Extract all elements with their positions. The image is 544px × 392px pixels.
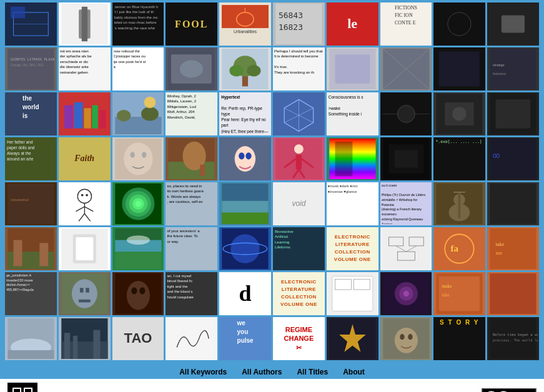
cell-diagram2[interactable] xyxy=(327,272,378,315)
svg-rect-82 xyxy=(335,142,352,177)
cell-urbanalities[interactable]: Urbanalities xyxy=(219,2,271,46)
svg-rect-119 xyxy=(39,243,48,266)
cell-ruins[interactable] xyxy=(5,227,57,270)
cell-musk[interactable]: ♦musk ♦dark ♦incr♦incense ♥glance xyxy=(327,182,378,225)
cell-80[interactable]: Before time began a world leaped p preci… xyxy=(487,317,539,360)
cell-father[interactable]: Her father andpaper dolls andAlways at t… xyxy=(5,137,57,180)
cell-hypertext[interactable]: HypertextRe: Perth rep, PR-type hypePear… xyxy=(219,92,271,135)
cell-winfrey[interactable]: Winfrey, Oprah, 2Wittels, Lauren, 2Wittg… xyxy=(166,92,217,135)
cell-28[interactable] xyxy=(380,92,432,135)
cell-50[interactable] xyxy=(487,182,539,225)
cell-face2[interactable] xyxy=(380,317,432,360)
svg-rect-130 xyxy=(383,228,429,269)
cell-40[interactable]: ∞ xyxy=(487,137,539,180)
cell-orange-art[interactable]: fa xyxy=(433,227,485,270)
all-authors-link[interactable]: All Authors xyxy=(242,368,282,376)
void-text: void xyxy=(292,199,305,208)
cell-metal-face[interactable] xyxy=(59,272,111,315)
cell-star[interactable] xyxy=(327,317,378,360)
svg-point-177 xyxy=(400,334,404,340)
cell-d-letter[interactable]: d xyxy=(219,272,271,315)
cell-consciousness[interactable]: Consciousness is s>wakeSomething inside … xyxy=(327,92,378,135)
cell-rainbow[interactable] xyxy=(327,137,378,180)
svg-rect-6 xyxy=(82,7,87,42)
cell-18[interactable] xyxy=(380,47,432,91)
cell-19[interactable] xyxy=(433,47,485,91)
cell-3[interactable]: .tenner on Blue Hyacinth h't I just like… xyxy=(112,2,164,46)
cell-anime[interactable] xyxy=(219,137,271,180)
cell-planet[interactable] xyxy=(219,227,271,270)
cell-exe[interactable]: *.exe[... .... ...] xyxy=(433,137,485,180)
all-titles-link[interactable]: All Titles xyxy=(297,368,328,376)
cell-29[interactable] xyxy=(433,92,485,135)
cell-orange-take[interactable]: make take xyxy=(433,272,485,315)
cell-story[interactable]: S T O R Y xyxy=(433,317,485,360)
cell-dark-face[interactable] xyxy=(112,272,164,315)
cell-numbers[interactable]: 56843 16823 xyxy=(273,2,325,46)
cell-landscape[interactable] xyxy=(112,92,164,135)
cell-dancer[interactable] xyxy=(273,137,325,180)
cell-51b[interactable] xyxy=(59,227,111,270)
winfrey-text: Winfrey, Oprah, 2Wittels, Lauren, 2Wittg… xyxy=(167,94,216,134)
cell-fog[interactable] xyxy=(5,317,57,360)
cell-signature[interactable] xyxy=(166,317,217,360)
cell-void[interactable]: void xyxy=(273,182,325,225)
cell-photo[interactable] xyxy=(166,47,217,91)
cell-face[interactable] xyxy=(112,137,164,180)
cell-fractal[interactable] xyxy=(112,182,164,225)
cell-jurisdiction[interactable]: ge_jurisdiction AInvader220 movediction … xyxy=(5,272,57,315)
about-link[interactable]: About xyxy=(343,368,365,376)
cell-elc-main2[interactable]: ELECTRONICLITERATURECOLLECTIONVOLUME ONE xyxy=(273,272,325,315)
all-keywords-link[interactable]: All Keywords xyxy=(179,368,227,376)
cell-rotkoud[interactable]: now rotkoud thirCjristopjer taces outje … xyxy=(112,47,164,91)
cell-green-field[interactable] xyxy=(112,227,164,270)
cell-20[interactable]: strangehorizons xyxy=(487,47,539,91)
svg-text:16823: 16823 xyxy=(279,22,303,32)
cell-9[interactable] xyxy=(433,2,485,46)
cell-tao[interactable]: TAO xyxy=(112,317,164,360)
svg-rect-115 xyxy=(490,184,536,224)
cell-11[interactable]: GIUNTES LITPASS PLAIN DESPERATChicago, O… xyxy=(5,47,57,91)
cell-10[interactable] xyxy=(487,2,539,46)
cell-dark-39[interactable] xyxy=(380,137,432,180)
svg-text:take: take xyxy=(442,292,450,298)
cell-17[interactable] xyxy=(327,47,378,91)
cell-fool[interactable]: FOOL xyxy=(166,2,217,46)
cell-elc-main[interactable]: ELECTRONICLITERATURECOLLECTIONVOLUME ONE xyxy=(327,227,378,270)
cell-perhaps[interactable]: Perhaps I should tell you thatIt is dete… xyxy=(273,47,325,91)
svg-point-158 xyxy=(403,291,408,296)
cell-blood[interactable]: an, I cut myselblood flowed fotight and … xyxy=(166,272,217,315)
svg-rect-34 xyxy=(439,52,480,87)
cell-cube[interactable] xyxy=(273,92,325,135)
cell-purple-art[interactable] xyxy=(380,272,432,315)
cell-faith[interactable]: Faith xyxy=(59,137,111,180)
fool-text: FOOL xyxy=(175,18,208,30)
cell-le[interactable]: le xyxy=(327,2,378,46)
cell-tree[interactable] xyxy=(219,47,271,91)
cell-horse[interactable] xyxy=(166,137,217,180)
cell-night-city[interactable] xyxy=(59,317,111,360)
cell-you[interactable]: weyoupulse xyxy=(219,317,271,360)
cell-fictions[interactable]: FICTIONSFIC IONCONTE E xyxy=(380,2,432,46)
cell-books[interactable] xyxy=(59,92,111,135)
cell-1[interactable] xyxy=(5,2,57,46)
cell-guitar[interactable] xyxy=(433,182,485,225)
cell-landscape2[interactable] xyxy=(219,182,271,225)
cell-diagram[interactable] xyxy=(380,227,432,270)
cell-character[interactable] xyxy=(59,182,111,225)
musk-text: ♦musk ♦dark ♦incr♦incense ♥glance xyxy=(328,184,377,224)
svg-rect-144 xyxy=(80,288,84,292)
cell-the-world-is[interactable]: theworldis xyxy=(5,92,57,135)
cell-ancestors[interactable]: of your ancestors' athe future clear. To… xyxy=(166,227,217,270)
cell-70[interactable] xyxy=(487,272,539,315)
cell-german-text[interactable]: mit em erwa ntender sphache als beversch… xyxy=(59,47,111,91)
footer-bottom: Electronic Literature Collection 1 · Hay… xyxy=(0,379,544,392)
cell-regime[interactable]: REGIMECHANGE✂ xyxy=(273,317,325,360)
cell-ou[interactable]: ou li ccemPhilips (Tr) Ouvroir de Littér… xyxy=(380,182,432,225)
cell-texture[interactable]: ornamental xyxy=(5,182,57,225)
cell-30[interactable] xyxy=(487,92,539,135)
cell-places[interactable]: so, places its need inits own hartless g… xyxy=(166,182,217,225)
cell-bioreactive[interactable]: BioreactiveArtificialLearningLifeforms xyxy=(273,227,325,270)
cell-60[interactable]: take late xyxy=(487,227,539,270)
cell-2[interactable] xyxy=(59,2,111,46)
